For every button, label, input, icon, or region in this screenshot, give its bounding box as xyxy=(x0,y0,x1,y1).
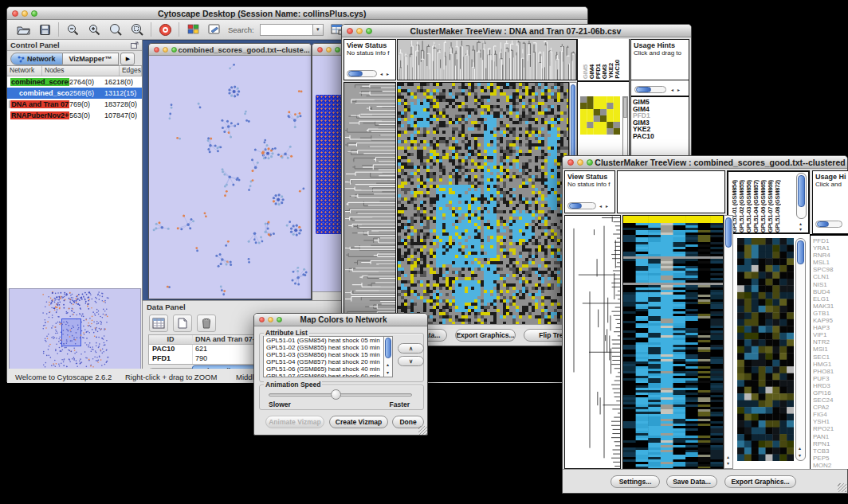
minimize-button[interactable] xyxy=(577,159,583,166)
move-up-button[interactable]: ∧ xyxy=(398,343,424,354)
vizmap-button[interactable] xyxy=(185,22,201,37)
zoom-vscrollbar[interactable]: ▴ ▾ xyxy=(795,238,806,461)
create-vizmap-button[interactable]: Create Vizmap xyxy=(329,416,388,428)
heatmap[interactable] xyxy=(622,215,724,469)
gene-label[interactable]: PFD1 xyxy=(811,237,848,244)
scrollbar-thumb[interactable] xyxy=(798,175,805,207)
column-label[interactable]: GPL51-04 (GSM857) xyxy=(752,180,760,232)
tab-vizmapper[interactable]: VizMapper™ xyxy=(63,53,120,65)
gene-label[interactable]: TCB3 xyxy=(811,447,848,455)
summary-matrix[interactable] xyxy=(580,96,620,135)
attribute-list-vscrollbar[interactable]: ▴ ▾ xyxy=(383,336,393,377)
scrollbar-thumb[interactable] xyxy=(797,240,804,264)
gene-label[interactable]: PAN1 xyxy=(811,433,848,440)
slider-thumb[interactable] xyxy=(331,389,341,400)
gene-label[interactable]: VIP1 xyxy=(811,331,848,338)
gene-label[interactable]: NIS1 xyxy=(811,281,848,288)
zoom-heatmap[interactable] xyxy=(737,238,794,461)
gene-label[interactable]: PUF3 xyxy=(811,375,848,382)
network-canvas[interactable] xyxy=(149,56,311,299)
scroll-right-icon[interactable]: ▸ xyxy=(606,204,608,209)
heatmap[interactable] xyxy=(397,82,569,326)
gene-label[interactable]: HMG1 xyxy=(811,361,848,368)
column-label[interactable]: GPL51-03 (GSM856) xyxy=(745,180,752,232)
scrollbar-thumb[interactable] xyxy=(636,87,651,92)
gene-label[interactable]: ELG1 xyxy=(811,295,848,303)
gene-label[interactable]: SEC24 xyxy=(811,397,848,404)
scroll-right-icon[interactable]: ▸ xyxy=(387,72,389,76)
hints-scrollbar[interactable] xyxy=(634,86,666,93)
gene-label[interactable]: FIG4 xyxy=(811,411,848,418)
minimize-button[interactable] xyxy=(268,317,273,322)
network-list-item[interactable]: combined_sco 2569(6) 13112(15) xyxy=(7,88,142,99)
scroll-left-icon[interactable]: ◂ xyxy=(599,204,602,209)
scroll-down-icon[interactable]: ▾ xyxy=(799,453,801,458)
attribute-item[interactable]: GPL51-02 (GSM855) heat shock 10 min xyxy=(264,344,392,351)
column-header[interactable]: Edges xyxy=(120,66,142,76)
zoom-button[interactable] xyxy=(335,47,340,53)
gene-label[interactable]: CLN1 xyxy=(811,273,848,280)
gene-label[interactable]: MON2 xyxy=(811,462,848,469)
scroll-left-icon[interactable]: ◂ xyxy=(671,88,673,92)
scroll-up-icon[interactable]: ▴ xyxy=(799,221,802,226)
cytoscape-titlebar[interactable]: Cytoscape Desktop (Session Name: collins… xyxy=(7,7,587,20)
open-session-button[interactable] xyxy=(15,22,31,37)
save-data-button[interactable]: Save Data... xyxy=(666,475,717,488)
column-label[interactable]: GPL51-06 (GSM865) xyxy=(760,180,767,232)
gene-label[interactable]: GPI16 xyxy=(811,389,848,397)
gene-label[interactable]: YSH1 xyxy=(811,418,848,425)
column-dendrogram-area[interactable] xyxy=(617,170,725,213)
scroll-up-icon[interactable]: ▴ xyxy=(387,362,389,367)
zoom-button[interactable] xyxy=(171,47,177,53)
resize-grip[interactable] xyxy=(418,426,427,435)
export-graphics-button[interactable]: Export Graphics... xyxy=(455,329,516,342)
gene-label[interactable]: GTB1 xyxy=(811,310,848,317)
scrollbar-thumb[interactable] xyxy=(817,221,829,227)
scroll-left-icon[interactable]: ◂ xyxy=(380,72,383,76)
gene-label[interactable]: SEC1 xyxy=(811,354,848,361)
help-button[interactable] xyxy=(157,22,173,37)
id-column-header[interactable]: ID xyxy=(149,335,193,344)
attribute-item[interactable]: GPL51-03 (GSM856) heat shock 15 min xyxy=(264,351,392,358)
minimize-button[interactable] xyxy=(22,10,28,17)
annotation-button[interactable] xyxy=(206,22,222,37)
column-label[interactable]: GPL51-07 (GSM868) xyxy=(767,180,774,232)
column-label[interactable]: GIM5 xyxy=(582,64,588,79)
attribute-item[interactable]: GPL51-01 (GSM854) heat shock 05 min xyxy=(264,337,392,344)
gene-label[interactable]: HRD3 xyxy=(811,382,848,389)
scrollbar-thumb[interactable] xyxy=(725,217,732,248)
column-label[interactable]: PAC10 xyxy=(614,60,620,79)
column-header[interactable]: Nodes xyxy=(42,66,120,76)
gene-label[interactable]: RNR4 xyxy=(811,252,848,259)
tab-network[interactable]: Network xyxy=(10,53,63,65)
create-attribute-button[interactable] xyxy=(173,315,192,332)
birdseye-view[interactable] xyxy=(9,288,141,370)
gene-label[interactable]: PEP5 xyxy=(811,455,848,462)
zoom-button[interactable] xyxy=(277,317,282,322)
network-list-item[interactable]: combined_scores 2764(0) 16218(0) xyxy=(7,76,142,88)
column-label[interactable]: YKE2 xyxy=(607,63,614,79)
gene-label[interactable]: BUD4 xyxy=(811,288,848,295)
close-button[interactable] xyxy=(259,317,265,322)
minimize-button[interactable] xyxy=(163,47,168,53)
scroll-down-icon[interactable]: ▾ xyxy=(387,370,389,375)
scrollbar-thumb[interactable] xyxy=(348,71,363,76)
close-button[interactable] xyxy=(154,47,159,53)
select-attributes-button[interactable] xyxy=(149,315,168,332)
dialog-titlebar[interactable]: Map Colors to Network xyxy=(254,314,427,326)
settings-button[interactable]: Settings... xyxy=(610,475,660,488)
zoom-button[interactable] xyxy=(366,28,372,34)
column-dendrogram[interactable] xyxy=(397,39,577,80)
resize-grip[interactable] xyxy=(838,483,846,492)
hints-scrollbar[interactable] xyxy=(815,221,842,228)
zoom-button[interactable] xyxy=(31,10,37,17)
search-dropdown-icon[interactable]: ▾ xyxy=(312,25,323,35)
column-label[interactable]: GPL51-02 (GSM855) xyxy=(738,180,745,232)
zoom-button[interactable] xyxy=(587,159,593,166)
gene-label[interactable]: KAP95 xyxy=(811,317,848,324)
row-dendrogram[interactable] xyxy=(344,82,396,326)
close-button[interactable] xyxy=(567,159,574,166)
row-dendrogram[interactable] xyxy=(564,215,621,469)
gene-label[interactable]: YRA1 xyxy=(811,244,848,252)
column-label[interactable]: PFD1 xyxy=(595,64,601,79)
